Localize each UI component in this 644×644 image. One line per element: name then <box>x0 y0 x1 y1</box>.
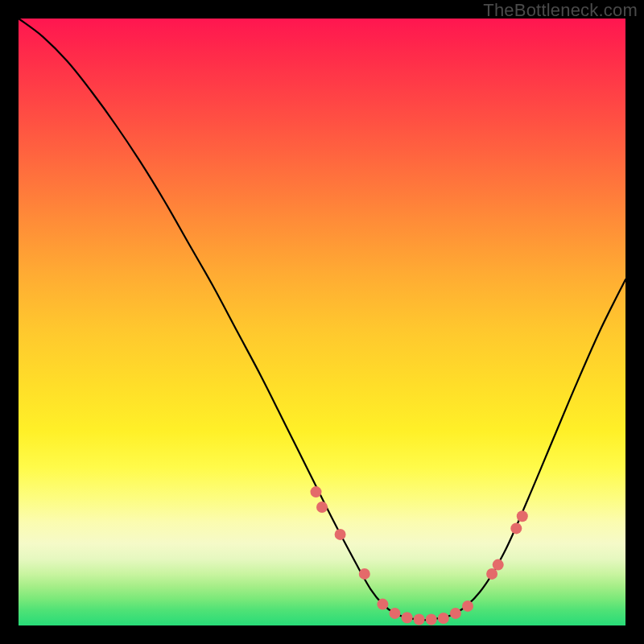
highlight-dot <box>462 601 473 612</box>
highlight-dot <box>390 608 401 619</box>
highlight-dot <box>517 510 528 522</box>
highlight-dot <box>402 612 413 623</box>
highlight-dot <box>438 613 449 624</box>
chart-frame: TheBottleneck.com <box>0 0 644 644</box>
highlight-dot <box>426 614 437 625</box>
highlight-dot <box>414 614 425 625</box>
highlight-dot <box>335 529 346 540</box>
highlight-dot <box>493 559 504 571</box>
watermark-text: TheBottleneck.com <box>483 0 638 21</box>
highlight-dots-group <box>311 486 528 625</box>
highlight-dot <box>359 568 370 580</box>
chart-overlay <box>19 19 625 625</box>
bottleneck-curve <box>19 19 625 620</box>
highlight-dot <box>316 502 328 513</box>
highlight-dot <box>377 599 388 610</box>
highlight-dot <box>510 522 522 534</box>
highlight-dot <box>450 608 461 619</box>
highlight-dot <box>311 486 322 497</box>
